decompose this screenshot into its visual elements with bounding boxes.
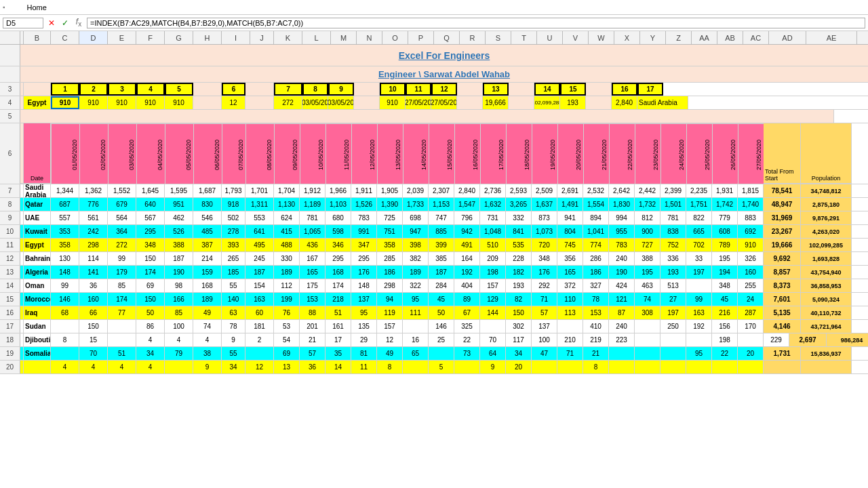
data-cell: 4	[108, 361, 136, 373]
data-cell: 1,645	[136, 184, 165, 197]
data-cell: 51	[108, 347, 136, 360]
data-cell: 187	[245, 266, 274, 279]
data-cell: 1,905	[377, 184, 403, 197]
data-cell: 194	[712, 266, 738, 279]
data-cell: 192	[686, 320, 712, 333]
col-aa: AA	[692, 31, 717, 44]
data-cell: 1,830	[609, 198, 635, 211]
data-cell: 495	[245, 239, 274, 251]
data-cell: 174	[108, 293, 136, 306]
data-cell: 137	[532, 320, 557, 333]
data-cell: 287	[738, 306, 764, 319]
data-cell: 192	[454, 266, 480, 279]
menu-home[interactable]: Home	[22, 2, 52, 13]
data-cell: 567	[136, 211, 165, 224]
data-cell: 1,751	[686, 198, 712, 211]
data-cell: 348	[712, 279, 738, 292]
country-name: Somalia	[24, 347, 51, 360]
data-cell: 20	[738, 347, 764, 360]
data-cell: 640	[136, 198, 165, 211]
function-icon[interactable]: fx	[73, 17, 84, 28]
menu-page-layout[interactable]	[63, 6, 74, 9]
data-cell: 20	[506, 361, 532, 373]
data-cell: 137	[351, 293, 377, 306]
data-cell: 9	[193, 361, 222, 373]
confirm-icon[interactable]: ✓	[60, 18, 71, 28]
menu-developer[interactable]	[117, 6, 128, 9]
data-cell: 526	[165, 225, 193, 238]
data-cell: 209	[480, 252, 506, 265]
data-cell: 154	[245, 279, 274, 292]
data-cell	[532, 361, 557, 373]
data-cell: 702	[686, 239, 712, 251]
data-cell: 68	[51, 306, 79, 319]
data-cell: 1,362	[79, 184, 108, 197]
name-box[interactable]	[3, 18, 43, 28]
data-cell: 731	[480, 211, 506, 224]
data-cell: 804	[557, 225, 583, 238]
data-row: 11Egypt358298272348388387393495488436346…	[0, 239, 868, 252]
data-cell: 13	[274, 361, 300, 373]
data-cell: 135	[351, 320, 377, 333]
data-cell: 8	[583, 361, 609, 373]
data-cell: 95	[351, 306, 377, 319]
data-cell: 488	[274, 239, 300, 251]
data-cell: 1,073	[532, 225, 557, 238]
data-cell: 1,637	[532, 198, 557, 211]
data-cell: 1,130	[274, 198, 300, 211]
data-cell	[429, 347, 454, 360]
data-cell: 546	[193, 211, 222, 224]
data-cell: 1,048	[480, 225, 506, 238]
data-cell: 95	[686, 347, 712, 360]
col-c: C	[51, 31, 79, 44]
formula-input[interactable]	[87, 18, 865, 28]
data-cell: 45	[712, 293, 738, 306]
data-cell: 140	[222, 293, 245, 306]
data-cell	[245, 347, 274, 360]
header-row-1: Excel For Engineers	[0, 45, 868, 66]
data-cell: 327	[583, 279, 609, 292]
data-cell: 82	[506, 293, 532, 306]
data-cell: 130	[51, 252, 79, 265]
data-cell: 1,344	[51, 184, 79, 197]
data-cell	[480, 320, 506, 333]
data-cell: 885	[429, 225, 454, 238]
menu-data[interactable]	[85, 6, 96, 9]
country-name: UAE	[24, 211, 51, 224]
data-cell: 2,235	[686, 184, 712, 197]
data-cell: 292	[532, 279, 557, 292]
col-ae: AE	[806, 31, 857, 44]
country-name: Sudan	[24, 320, 51, 333]
data-cell: 1,491	[557, 198, 583, 211]
data-cell: 2	[245, 333, 274, 346]
data-cell: 175	[300, 279, 326, 292]
data-cell: 100	[532, 333, 557, 346]
data-cell: 45	[429, 293, 454, 306]
data-cell: 164	[454, 252, 480, 265]
menu-view[interactable]	[106, 6, 117, 9]
data-cell: 50	[429, 306, 454, 319]
cancel-icon[interactable]: ✕	[46, 18, 57, 28]
data-cell: 34	[222, 361, 245, 373]
data-cell: 393	[222, 239, 245, 251]
data-cell: 372	[557, 279, 583, 292]
menu-help[interactable]	[128, 6, 139, 9]
data-cell: 783	[609, 239, 635, 251]
data-cell: 398	[403, 239, 429, 251]
menu-insert[interactable]	[52, 6, 63, 9]
menu-formulas[interactable]	[74, 6, 85, 9]
data-cell: 181	[245, 320, 274, 333]
data-cell: 119	[377, 306, 403, 319]
data-cell: 1,501	[660, 198, 686, 211]
data-cell	[108, 333, 136, 346]
data-cell: 153	[300, 293, 326, 306]
data-cell: 894	[583, 211, 609, 224]
data-cell: 24	[738, 293, 764, 306]
data-cell: 4	[136, 333, 165, 346]
data-cell: 17	[326, 333, 351, 346]
country-name: Egypt	[24, 239, 51, 251]
data-cell: 186	[583, 266, 609, 279]
menu-file[interactable]	[11, 6, 22, 9]
data-cell: 332	[506, 211, 532, 224]
menu-review[interactable]	[96, 6, 106, 9]
